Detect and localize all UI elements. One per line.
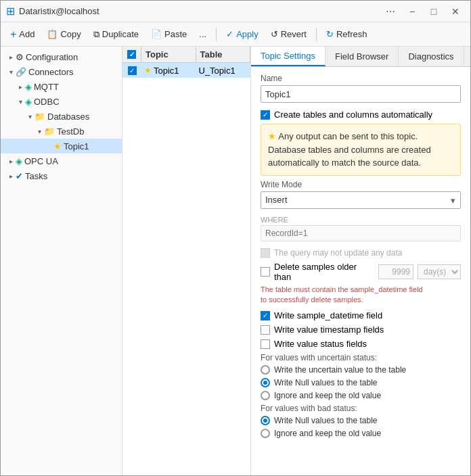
tree-item-tasks[interactable]: ▸ ✔ Tasks [1, 168, 122, 183]
tree-item-databases[interactable]: ▾ 📁 Databases [1, 109, 122, 124]
bad-ignore-radio[interactable] [261, 429, 270, 438]
auto-create-checkbox[interactable]: ✓ [261, 110, 270, 120]
tree-item-configuration[interactable]: ▸ ⚙ Configuration [1, 49, 122, 64]
write-mode-label: Write Mode [261, 180, 461, 189]
arrow-icon: ▾ [6, 68, 16, 76]
main-content: ▸ ⚙ Configuration ▾ 🔗 Connectors ▸ ◈ MQT… [1, 47, 470, 475]
paste-icon: 📄 [151, 29, 162, 39]
delete-unit-select[interactable]: day(s) [418, 264, 461, 279]
apply-button[interactable]: ✓ Apply [221, 26, 264, 43]
left-panel: ▸ ⚙ Configuration ▾ 🔗 Connectors ▸ ◈ MQT… [1, 47, 122, 475]
row-checkbox-container: ✓ [122, 66, 141, 75]
duplicate-icon: ⧉ [93, 29, 99, 40]
right-panel: Topic Settings Field Browser Diagnostics… [251, 47, 470, 475]
tree-item-connectors[interactable]: ▾ 🔗 Connectors [1, 64, 122, 79]
revert-icon: ↺ [271, 29, 278, 39]
delete-checkbox[interactable] [261, 267, 270, 277]
tab-diagnostics[interactable]: Diagnostics [399, 47, 464, 66]
refresh-icon: ↻ [326, 29, 334, 39]
topic-row[interactable]: ✓ ★ Topic1 U_Topic1 [122, 63, 250, 78]
star-icon: ★ [144, 66, 152, 75]
bad-section: For values with bad status: Write Null v… [261, 404, 461, 438]
bad-title: For values with bad status: [261, 404, 461, 413]
info-box: ★ Any output can be sent to this topic. … [261, 124, 461, 176]
tree: ▸ ⚙ Configuration ▾ 🔗 Connectors ▸ ◈ MQT… [1, 47, 122, 475]
tree-item-odbc[interactable]: ▾ ◈ ODBC [1, 94, 122, 109]
toolbar: + Add 📋 Copy ⧉ Duplicate 📄 Paste ... ✓ A… [1, 22, 470, 47]
where-label: WHERE [261, 216, 461, 224]
more-button[interactable]: ... [194, 26, 212, 43]
maximize-button[interactable]: □ [424, 4, 443, 19]
bad-ignore-row: Ignore and keep the old value [261, 429, 461, 438]
minimize-button[interactable]: − [403, 4, 422, 19]
write-value-timestamp-label: Write value timestamp fields [274, 325, 384, 335]
topic-name-header: Topic [141, 47, 196, 62]
uncertain-write-radio[interactable] [261, 365, 270, 375]
tab-topic-settings[interactable]: Topic Settings [251, 47, 326, 66]
window-title: Dataristix@localhost [19, 6, 99, 16]
tree-item-topic1[interactable]: ★ Topic1 [1, 139, 122, 153]
topic-table: ✓ Topic Table ✓ ★ Topic1 [122, 47, 250, 475]
main-window: ⊞ Dataristix@localhost ⋯ − □ ✕ + Add 📋 C… [0, 0, 471, 476]
uncertain-null-radio[interactable] [261, 378, 270, 387]
uncertain-ignore-radio[interactable] [261, 391, 270, 400]
copy-button[interactable]: 📋 Copy [41, 26, 86, 43]
titlebar-left: ⊞ Dataristix@localhost [6, 5, 99, 18]
row-checkbox[interactable]: ✓ [128, 66, 137, 75]
arrow-icon: ▸ [16, 83, 25, 91]
mid-panel: ✓ Topic Table ✓ ★ Topic1 [122, 47, 251, 475]
auto-create-row: ✓ Create tables and columns automaticall… [261, 110, 461, 120]
tree-item-mqtt[interactable]: ▸ ◈ MQTT [1, 79, 122, 94]
uncertain-title: For values with uncertain status: [261, 353, 461, 362]
arrow-icon: ▸ [6, 158, 16, 165]
bad-null-row: Write Null values to the table [261, 416, 461, 425]
apply-icon: ✓ [226, 29, 233, 39]
query-note-checkbox [261, 248, 270, 258]
write-value-timestamp-checkbox[interactable] [261, 325, 270, 335]
toolbar-separator-2 [316, 28, 317, 41]
add-icon: + [10, 28, 16, 41]
check-header: ✓ [122, 47, 141, 62]
add-button[interactable]: + Add [5, 26, 40, 43]
where-group: WHERE [261, 216, 461, 241]
arrow-icon: ▾ [25, 113, 35, 120]
where-input[interactable] [261, 225, 461, 241]
settings-content: Name ✓ Create tables and columns automat… [251, 67, 470, 475]
delete-label: Delete samples older than [274, 262, 374, 282]
duplicate-button[interactable]: ⧉ Duplicate [88, 26, 144, 43]
uncertain-null-label: Write Null values to the table [274, 378, 378, 387]
auto-create-label: Create tables and columns automatically [274, 110, 432, 120]
write-mode-select[interactable]: Insert Update Upsert [261, 191, 461, 209]
uncertain-null-row: Write Null values to the table [261, 378, 461, 387]
titlebar-controls: ⋯ − □ ✕ [381, 4, 465, 19]
name-input[interactable] [261, 85, 461, 103]
tree-item-opcua[interactable]: ▸ ◈ OPC UA [1, 153, 122, 168]
tab-field-browser[interactable]: Field Browser [326, 47, 399, 66]
bad-ignore-label: Ignore and keep the old value [274, 429, 381, 438]
titlebar: ⊞ Dataristix@localhost ⋯ − □ ✕ [1, 1, 470, 22]
delete-warning: The table must contain the sample_dateti… [261, 285, 461, 306]
revert-button[interactable]: ↺ Revert [265, 26, 312, 43]
copy-icon: 📋 [47, 29, 58, 39]
row-name: ★ Topic1 [141, 66, 196, 76]
tree-item-testdb[interactable]: ▾ 📁 TestDb [1, 124, 122, 139]
write-value-status-checkbox[interactable] [261, 339, 270, 349]
toolbar-separator [216, 28, 217, 41]
header-checkbox[interactable]: ✓ [127, 50, 136, 59]
topic-table-header-cell: Table [196, 47, 251, 62]
close-button[interactable]: ✕ [446, 4, 465, 19]
paste-button[interactable]: 📄 Paste [145, 26, 192, 43]
query-note-text: The query may not update any data [274, 248, 402, 258]
uncertain-ignore-label: Ignore and keep the old value [274, 391, 381, 400]
name-label: Name [261, 74, 461, 83]
topic-table-header: ✓ Topic Table [122, 47, 250, 63]
delete-value-input[interactable] [378, 264, 413, 279]
bad-null-radio[interactable] [261, 416, 270, 425]
menu-dots-button[interactable]: ⋯ [381, 4, 400, 19]
refresh-button[interactable]: ↻ Refresh [321, 26, 373, 43]
arrow-icon: ▸ [6, 53, 16, 61]
info-icon: ★ [268, 131, 276, 141]
uncertain-write-label: Write the uncertain value to the table [274, 365, 406, 375]
write-sample-datetime-checkbox[interactable]: ✓ [261, 311, 270, 320]
uncertain-write-row: Write the uncertain value to the table [261, 365, 461, 375]
